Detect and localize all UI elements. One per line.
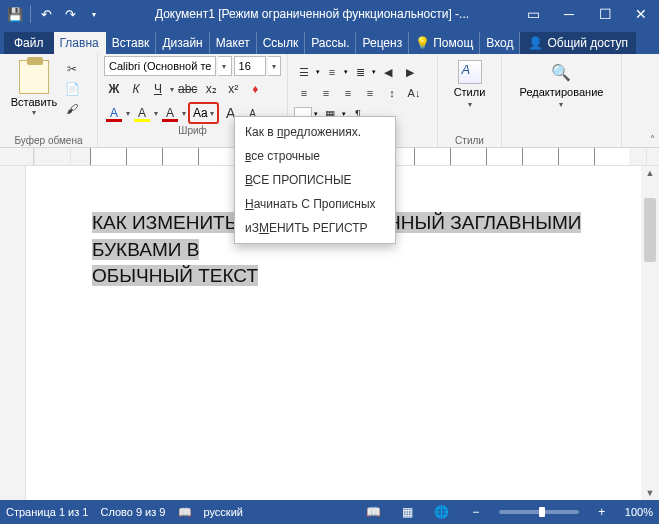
clipboard-icon	[19, 60, 49, 94]
redo-button[interactable]: ↷	[59, 3, 81, 25]
collapse-ribbon-button[interactable]: ˄	[650, 134, 655, 145]
zoom-out-button[interactable]: −	[465, 503, 487, 521]
selected-text[interactable]: ОБЫЧНЫЙ ТЕКСТ	[92, 265, 258, 286]
ribbon-display-options[interactable]: ▭	[515, 0, 551, 28]
ribbon: Вставить ▾ ✂ 📄 🖌 Буфер обмена Calibri (О…	[0, 54, 659, 148]
align-left-button[interactable]: ≡	[294, 84, 314, 102]
vertical-ruler[interactable]	[0, 166, 26, 500]
font-size-drop[interactable]: ▾	[268, 56, 281, 76]
change-case-label: Aa	[193, 106, 208, 120]
vertical-scrollbar[interactable]: ▲ ▼	[641, 166, 659, 500]
tab-insert[interactable]: Вставк	[106, 32, 157, 54]
highlight-button[interactable]: A	[132, 103, 152, 123]
read-mode-button[interactable]: 📖	[363, 503, 385, 521]
tab-file[interactable]: Файл	[4, 32, 54, 54]
superscript-button[interactable]: x²	[223, 79, 243, 99]
strikethrough-button[interactable]: abc	[176, 79, 199, 99]
word-count[interactable]: Слово 9 из 9	[100, 506, 165, 518]
editing-label: Редактирование	[520, 86, 604, 98]
zoom-slider[interactable]	[499, 510, 579, 514]
tab-design[interactable]: Дизайн	[156, 32, 209, 54]
justify-button[interactable]: ≡	[360, 84, 380, 102]
share-button[interactable]: 👤 Общий доступ	[520, 32, 636, 54]
styles-icon: A	[458, 60, 482, 84]
case-upper[interactable]: ВСЕ ПРОПИСНЫЕ	[235, 168, 395, 192]
maximize-button[interactable]: ☐	[587, 0, 623, 28]
window-controls: ▭ ─ ☐ ✕	[515, 0, 659, 28]
qat-customize[interactable]: ▾	[83, 3, 105, 25]
group-styles: A Стили ▾ Стили	[438, 54, 502, 147]
styles-label: Стили	[454, 86, 486, 98]
font-name-drop[interactable]: ▾	[218, 56, 231, 76]
status-bar: Страница 1 из 1 Слово 9 из 9 📖 русский 📖…	[0, 500, 659, 524]
page-indicator[interactable]: Страница 1 из 1	[6, 506, 88, 518]
spellcheck-icon[interactable]: 📖	[178, 506, 192, 519]
tab-login[interactable]: Вход	[480, 32, 520, 54]
undo-button[interactable]: ↶	[35, 3, 57, 25]
quick-access-toolbar: 💾 ↶ ↷ ▾	[0, 3, 109, 25]
font-size-combo[interactable]: 16	[234, 56, 266, 76]
paste-button[interactable]: Вставить ▾	[6, 56, 62, 134]
tab-review[interactable]: Реценз	[356, 32, 409, 54]
align-center-button[interactable]: ≡	[316, 84, 336, 102]
subscript-button[interactable]: x₂	[201, 79, 221, 99]
underline-button[interactable]: Ч	[148, 79, 168, 99]
zoom-level[interactable]: 100%	[625, 506, 653, 518]
case-capitalize[interactable]: Начинать С Прописных	[235, 192, 395, 216]
tab-home[interactable]: Главна	[54, 32, 106, 54]
lightbulb-icon: 💡	[415, 36, 430, 50]
font-name-combo[interactable]: Calibri (Основной те	[104, 56, 216, 76]
search-icon: 🔍	[549, 60, 573, 84]
change-case-menu: Как в предложениях. все строчные ВСЕ ПРО…	[234, 116, 396, 244]
help-label: Помощ	[433, 36, 473, 50]
tab-mailings[interactable]: Рассы.	[305, 32, 356, 54]
share-label: Общий доступ	[547, 36, 628, 50]
group-clipboard: Вставить ▾ ✂ 📄 🖌 Буфер обмена	[0, 54, 98, 147]
separator	[30, 5, 31, 23]
print-layout-button[interactable]: ▦	[397, 503, 419, 521]
clear-formatting-button[interactable]: ♦	[245, 79, 265, 99]
bullets-button[interactable]: ☰	[294, 63, 314, 81]
minimize-button[interactable]: ─	[551, 0, 587, 28]
sort-button[interactable]: A↓	[404, 84, 424, 102]
styles-button[interactable]: A Стили ▾	[446, 60, 494, 109]
tab-references[interactable]: Ссылк	[257, 32, 306, 54]
font-color-button[interactable]: A	[160, 103, 180, 123]
group-editing: 🔍 Редактирование ▾	[502, 54, 622, 147]
case-lower[interactable]: все строчные	[235, 144, 395, 168]
close-button[interactable]: ✕	[623, 0, 659, 28]
paste-label: Вставить	[11, 96, 58, 108]
align-right-button[interactable]: ≡	[338, 84, 358, 102]
increase-indent-button[interactable]: ▶	[400, 63, 420, 81]
ruler-corner	[0, 148, 34, 165]
window-title: Документ1 [Режим ограниченной функционал…	[109, 7, 515, 21]
text-effects-button[interactable]: A	[104, 103, 124, 123]
language-indicator[interactable]: русский	[204, 506, 243, 518]
copy-button[interactable]: 📄	[62, 80, 82, 98]
numbering-button[interactable]: ≡	[322, 63, 342, 81]
title-bar: 💾 ↶ ↷ ▾ Документ1 [Режим ограниченной фу…	[0, 0, 659, 28]
case-toggle[interactable]: иЗМЕНИТЬ РЕГИСТР	[235, 216, 395, 240]
tab-help[interactable]: 💡 Помощ	[409, 32, 480, 54]
save-button[interactable]: 💾	[4, 3, 26, 25]
scroll-up-icon[interactable]: ▲	[646, 168, 655, 178]
decrease-indent-button[interactable]: ◀	[378, 63, 398, 81]
italic-button[interactable]: К	[126, 79, 146, 99]
change-case-button[interactable]: Aa ▾	[188, 102, 219, 124]
zoom-in-button[interactable]: +	[591, 503, 613, 521]
cut-button[interactable]: ✂	[62, 60, 82, 78]
person-icon: 👤	[528, 36, 543, 50]
line-spacing-button[interactable]: ↕	[382, 84, 402, 102]
chevron-down-icon: ▾	[210, 109, 214, 118]
scroll-down-icon[interactable]: ▼	[646, 488, 655, 498]
tab-layout[interactable]: Макет	[210, 32, 257, 54]
format-painter-button[interactable]: 🖌	[62, 100, 82, 118]
multilevel-button[interactable]: ≣	[350, 63, 370, 81]
scroll-thumb[interactable]	[644, 198, 656, 262]
editing-button[interactable]: 🔍 Редактирование ▾	[520, 60, 604, 109]
web-layout-button[interactable]: 🌐	[431, 503, 453, 521]
group-label-styles: Стили	[455, 134, 484, 147]
ribbon-tabs: Файл Главна Вставк Дизайн Макет Ссылк Ра…	[0, 28, 659, 54]
case-sentence[interactable]: Как в предложениях.	[235, 120, 395, 144]
bold-button[interactable]: Ж	[104, 79, 124, 99]
